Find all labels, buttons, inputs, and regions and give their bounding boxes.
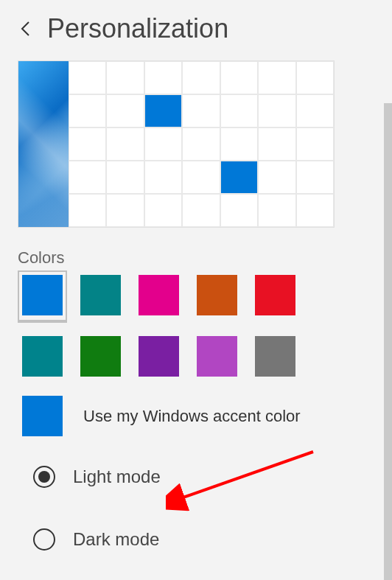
- scrollbar[interactable]: [384, 103, 392, 580]
- color-swatches-row-2: [22, 336, 374, 377]
- light-mode-option[interactable]: Light mode: [33, 466, 374, 488]
- page-title: Personalization: [47, 13, 228, 44]
- color-swatch[interactable]: [22, 336, 63, 377]
- accent-option[interactable]: Use my Windows accent color: [22, 396, 374, 436]
- color-swatch[interactable]: [255, 275, 295, 315]
- colors-label: Colors: [18, 248, 374, 268]
- preview-wallpaper: [18, 61, 69, 227]
- accent-label: Use my Windows accent color: [83, 407, 301, 426]
- back-icon[interactable]: [16, 20, 34, 38]
- color-swatch[interactable]: [197, 275, 237, 315]
- radio-icon: [33, 528, 55, 551]
- color-swatch[interactable]: [22, 275, 63, 315]
- radio-selected-dot: [38, 471, 50, 483]
- radio-icon: [33, 466, 55, 488]
- color-swatch[interactable]: [80, 275, 121, 315]
- color-swatch[interactable]: [139, 275, 179, 315]
- dark-mode-option[interactable]: Dark mode: [33, 528, 374, 551]
- color-swatch[interactable]: [255, 336, 295, 377]
- accent-preview-swatch: [22, 396, 63, 436]
- color-swatch[interactable]: [197, 336, 237, 377]
- preview-accent-tile: [144, 94, 182, 127]
- color-swatch[interactable]: [139, 336, 179, 377]
- light-mode-label: Light mode: [73, 467, 161, 487]
- color-swatches-row-1: [22, 275, 374, 318]
- dark-mode-label: Dark mode: [73, 529, 159, 550]
- color-swatch-selected[interactable]: [18, 270, 67, 323]
- color-swatch[interactable]: [80, 336, 121, 377]
- preview-accent-tile: [220, 161, 258, 194]
- theme-preview: [18, 60, 335, 228]
